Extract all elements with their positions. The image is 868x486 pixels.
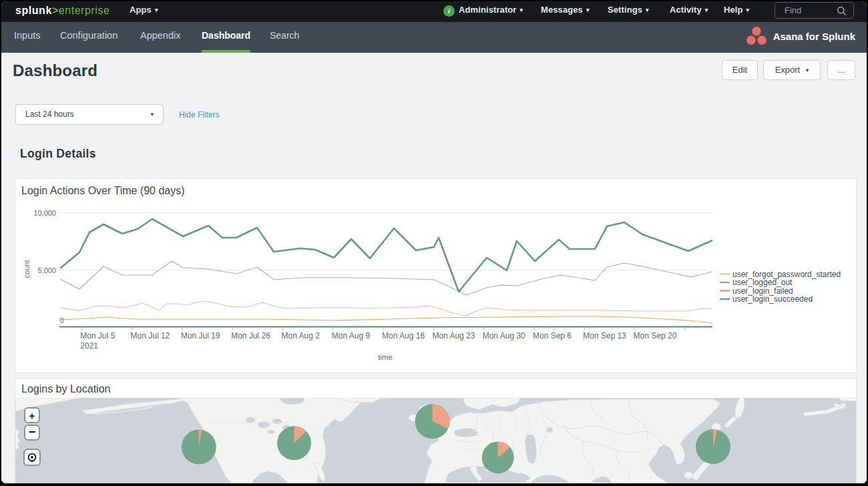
svg-text:10,000: 10,000	[33, 209, 56, 217]
svg-text:2021: 2021	[80, 341, 98, 350]
svg-text:Mon Jul 26: Mon Jul 26	[231, 331, 270, 340]
svg-text:Mon Jul 5: Mon Jul 5	[80, 331, 115, 340]
svg-text:Mon Aug 16: Mon Aug 16	[382, 331, 425, 340]
svg-text:Mon Sep 13: Mon Sep 13	[583, 331, 626, 340]
svg-text:Mon Aug 30: Mon Aug 30	[483, 331, 525, 340]
svg-text:Mon Aug 9: Mon Aug 9	[332, 331, 371, 340]
svg-text:time: time	[378, 353, 393, 361]
svg-text:Mon Jul 19: Mon Jul 19	[181, 331, 220, 340]
svg-text:count: count	[23, 260, 31, 278]
svg-text:0: 0	[60, 316, 64, 324]
svg-text:Mon Sep 20: Mon Sep 20	[634, 331, 677, 340]
svg-text:Mon Aug 23: Mon Aug 23	[432, 331, 475, 340]
svg-text:Mon Sep 6: Mon Sep 6	[533, 331, 572, 340]
svg-text:Mon Aug 2: Mon Aug 2	[282, 331, 320, 340]
svg-text:Mon Jul 12: Mon Jul 12	[131, 331, 170, 340]
svg-text:5,000: 5,000	[37, 266, 56, 274]
svg-text:user_login_succeeded: user_login_succeeded	[732, 294, 813, 304]
